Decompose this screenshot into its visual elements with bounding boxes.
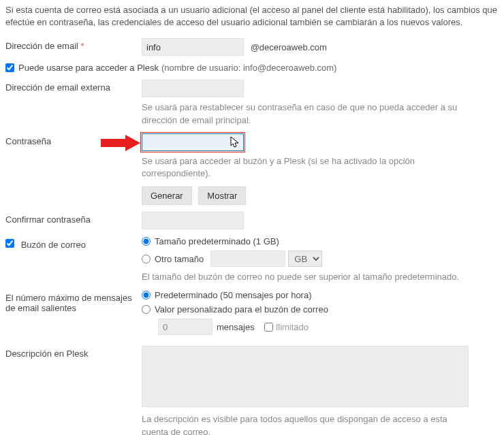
external-email-label: Dirección de email externa <box>5 80 142 93</box>
plesk-access-checkbox[interactable] <box>5 63 14 72</box>
password-input[interactable] <box>142 133 244 151</box>
outgoing-label: El número máximo de mensajes de email sa… <box>5 290 142 313</box>
mailbox-size-custom-label: Otro tamaño <box>155 254 204 264</box>
plesk-username-note: (nombre de usuario: info@deceroaweb.com) <box>161 63 336 73</box>
confirm-password-label: Confirmar contraseña <box>5 212 142 225</box>
mailbox-label: Buzón de correo <box>21 240 86 250</box>
description-textarea[interactable] <box>142 346 469 407</box>
confirm-password-input[interactable] <box>142 212 244 229</box>
description-label: Descripción en Plesk <box>5 346 142 359</box>
outgoing-unit-label: mensajes <box>217 322 255 332</box>
outgoing-value-input[interactable] <box>158 319 212 335</box>
outgoing-custom-radio[interactable] <box>142 305 151 314</box>
plesk-access-label: Puede usarse para acceder a Plesk <box>18 63 159 73</box>
outgoing-default-radio[interactable] <box>142 291 151 300</box>
email-domain-text: @deceroaweb.com <box>251 42 327 52</box>
mailbox-size-unit-select[interactable]: GB <box>288 251 322 267</box>
outgoing-custom-label: Valor personalizado para el buzón de cor… <box>155 304 328 315</box>
mailbox-size-input[interactable] <box>210 251 285 267</box>
mailbox-size-hint: El tamaño del buzón de correo no puede s… <box>142 271 469 283</box>
outgoing-unlimited-checkbox[interactable] <box>264 323 273 332</box>
outgoing-default-label: Predeterminado (50 mensajes por hora) <box>155 290 312 300</box>
arrow-callout-icon <box>101 135 140 151</box>
svg-marker-0 <box>101 135 140 151</box>
password-hint: Se usará para acceder al buzón y a Plesk… <box>142 155 469 180</box>
mailbox-checkbox[interactable] <box>5 239 14 248</box>
external-email-input[interactable] <box>142 80 244 97</box>
email-local-input[interactable] <box>142 38 244 56</box>
intro-text: Si esta cuenta de correo está asociada a… <box>5 4 499 29</box>
mailbox-size-default-radio[interactable] <box>142 237 151 246</box>
generate-password-button[interactable]: Generar <box>142 187 192 205</box>
external-email-hint: Se usará para restablecer su contraseña … <box>142 101 469 126</box>
email-label: Dirección de email * <box>5 38 142 51</box>
mailbox-size-default-label: Tamaño predeterminado (1 GB) <box>155 236 279 246</box>
description-hint: La descripción es visible para todos aqu… <box>142 413 469 435</box>
mailbox-size-custom-radio[interactable] <box>142 255 151 263</box>
show-password-button[interactable]: Mostrar <box>198 187 246 205</box>
outgoing-unlimited-label: Ilimitado <box>276 322 309 332</box>
